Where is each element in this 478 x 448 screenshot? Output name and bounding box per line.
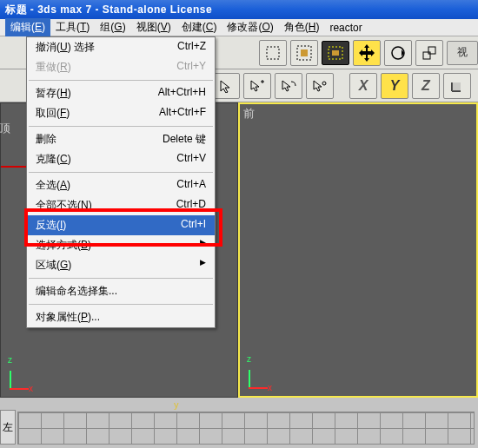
window-titlebar: 标题 - 3ds max 7 - Stand-alone License <box>0 0 478 19</box>
menu-group[interactable]: 组(G) <box>95 18 130 36</box>
menubar: 编辑(E) 工具(T) 组(G) 视图(V) 创建(C) 修改器(O) 角色(H… <box>0 19 478 36</box>
menu-item-10[interactable]: 全部不选(N)Ctrl+D <box>27 195 215 215</box>
axis-xy-button[interactable] <box>443 73 471 99</box>
svg-rect-4 <box>332 50 339 56</box>
menu-separator <box>29 278 213 279</box>
toolbar-region-rect-button[interactable] <box>259 40 287 66</box>
arrow-cursor-icon <box>219 79 233 93</box>
menu-separator <box>29 126 213 127</box>
timeline-strip: 左 y <box>0 398 478 448</box>
svg-rect-0 <box>267 47 279 59</box>
svg-rect-6 <box>423 52 430 59</box>
toolbar-view-button[interactable]: 视 <box>447 41 478 65</box>
viewport-bottom-left-label[interactable]: 左 <box>0 410 16 445</box>
menu-item-4[interactable]: 取回(F)Alt+Ctrl+F <box>27 103 215 123</box>
axis-z-button[interactable]: Z <box>412 73 440 99</box>
timeline-grid[interactable] <box>17 412 475 445</box>
viewport-front[interactable]: 前 x z <box>238 102 478 398</box>
arrow-path-icon <box>281 79 296 93</box>
toolbar-selection-path-button[interactable] <box>275 73 302 99</box>
axis-y-button[interactable]: Y <box>381 73 408 99</box>
menu-separator <box>29 80 213 81</box>
toolbar-move-button[interactable] <box>353 40 381 66</box>
menu-item-15[interactable]: 编辑命名选择集... <box>27 281 215 301</box>
menu-item-1: 重做(R)Ctrl+Y <box>27 57 215 77</box>
svg-rect-7 <box>428 47 435 54</box>
toolbar-region-window-button[interactable] <box>290 40 318 66</box>
toolbar-scale-button[interactable] <box>415 40 443 66</box>
toolbar-rotate-button[interactable] <box>384 40 412 66</box>
menu-separator <box>29 304 213 305</box>
viewport-top-label: 顶 <box>0 121 10 136</box>
menu-edit-dropdown: 撤消(U) 选择Ctrl+Z重做(R)Ctrl+Y暂存(H)Alt+Ctrl+H… <box>26 36 216 328</box>
menu-item-7[interactable]: 克隆(C)Ctrl+V <box>27 149 215 169</box>
svg-rect-9 <box>452 82 461 91</box>
toolbar-selection-arrow-button[interactable] <box>212 73 240 99</box>
svg-rect-2 <box>301 49 308 56</box>
menu-item-17[interactable]: 对象属性(P)... <box>27 307 215 327</box>
menu-item-0[interactable]: 撤消(U) 选择Ctrl+Z <box>27 37 215 57</box>
menu-item-13[interactable]: 区域(G) <box>27 255 215 275</box>
menu-views[interactable]: 视图(V) <box>131 18 176 36</box>
menu-edit[interactable]: 编辑(E) <box>5 18 50 36</box>
menu-create[interactable]: 创建(C) <box>176 18 222 36</box>
marquee-highlight-icon <box>327 45 344 61</box>
toolbar-selection-manip-button[interactable] <box>306 73 334 99</box>
rotate-icon <box>389 44 407 62</box>
viewport-front-label: 前 <box>243 106 255 122</box>
title-text: 标题 - 3ds max 7 - Stand-alone License <box>5 0 212 19</box>
arrow-plus-icon <box>249 79 265 93</box>
axis-x-button[interactable]: X <box>349 73 377 99</box>
menu-item-12[interactable]: 选择方式(B) <box>27 235 215 255</box>
marquee-rect-icon <box>265 45 281 61</box>
plane-xy-icon <box>449 78 465 94</box>
menu-item-11[interactable]: 反选(I)Ctrl+I <box>27 215 215 235</box>
svg-point-8 <box>322 82 326 85</box>
menu-item-6[interactable]: 删除Delete 键 <box>27 129 215 149</box>
marquee-sel-icon <box>296 45 312 61</box>
axis-gizmo-right: x z <box>247 363 268 389</box>
menu-modifiers[interactable]: 修改器(O) <box>222 18 278 36</box>
toolbar-selection-plus-button[interactable] <box>243 73 271 99</box>
axis-gizmo-left: x z <box>8 364 29 390</box>
timeline-axis-label: y <box>174 399 179 410</box>
move-arrows-icon <box>357 43 376 63</box>
toolbar-selection-highlight-button[interactable] <box>322 41 349 65</box>
menu-character[interactable]: 角色(H) <box>279 18 325 36</box>
arrow-pin-icon <box>312 79 328 93</box>
menu-reactor[interactable]: reactor <box>324 20 367 36</box>
menu-separator <box>29 172 213 173</box>
menu-item-9[interactable]: 全选(A)Ctrl+A <box>27 175 215 195</box>
scale-icon <box>422 45 437 61</box>
menu-tools[interactable]: 工具(T) <box>50 18 95 36</box>
menu-item-3[interactable]: 暂存(H)Alt+Ctrl+H <box>27 83 215 103</box>
